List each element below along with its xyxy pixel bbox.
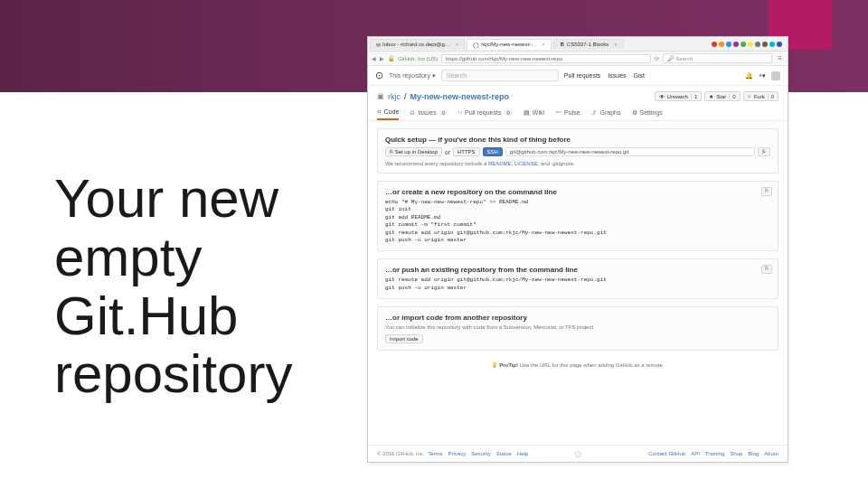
import-repo-sub: You can initialize this repository with … xyxy=(385,324,770,330)
footer-link[interactable]: Training xyxy=(705,451,724,456)
close-icon[interactable]: × xyxy=(542,42,545,47)
import-code-button[interactable]: Import code xyxy=(385,334,423,343)
push-repo-panel: ⎘ …or push an existing repository from t… xyxy=(377,258,778,299)
nav-pull-requests[interactable]: Pull requests xyxy=(564,72,600,79)
footer-copyright: © 2016 GitHub, Inc. xyxy=(377,451,425,456)
extension-icon[interactable] xyxy=(733,42,739,47)
tab-pulse[interactable]: 〰 Pulse xyxy=(555,108,580,120)
nav-gist[interactable]: Gist xyxy=(634,72,645,79)
github-nav-links: Pull requests Issues Gist xyxy=(564,72,645,79)
footer-link[interactable]: Contact GitHub xyxy=(648,451,685,456)
extension-icon[interactable] xyxy=(755,42,760,47)
github-search-input[interactable]: Search xyxy=(441,70,559,81)
create-repo-panel: ⎘ …or create a new repository on the com… xyxy=(377,181,778,251)
extension-icon[interactable] xyxy=(762,42,768,47)
setup-desktop-button[interactable]: ⎘ Set up in Desktop xyxy=(385,147,442,156)
tab-wiki[interactable]: ▤ Wiki xyxy=(524,108,544,120)
tab-label: rkjc/My-new-newest-… xyxy=(481,42,536,47)
notifications-icon[interactable]: 🔔 xyxy=(745,72,753,80)
https-button[interactable]: HTTPS xyxy=(453,147,480,156)
tab-graphs[interactable]: ⫽ Graphs xyxy=(591,108,621,120)
repo-tabs: ‹› Code ⊙ Issues 0 ⑂ Pull requests 0 ▤ W… xyxy=(377,108,778,120)
address-input[interactable]: https://github.com/rkjc/My-new-new-newes… xyxy=(441,54,651,63)
tab-code[interactable]: ‹› Code xyxy=(377,108,399,120)
mail-icon: ✉ xyxy=(376,42,381,48)
forward-icon[interactable]: ▶ xyxy=(380,55,384,61)
repo-link[interactable]: My-new-new-newest-repo xyxy=(410,92,510,101)
github-icon: ◯ xyxy=(473,42,479,48)
site-identity: GitHub, Inc (US) xyxy=(398,56,438,61)
footer-link[interactable]: Privacy xyxy=(448,451,466,456)
extension-icon[interactable] xyxy=(719,42,724,47)
close-icon[interactable]: × xyxy=(456,42,459,47)
menu-icon[interactable]: ≡ xyxy=(776,54,784,62)
copy-icon[interactable]: ⎘ xyxy=(761,265,772,274)
github-footer: © 2016 GitHub, Inc. TermsPrivacySecurity… xyxy=(368,445,788,462)
search-placeholder: Search xyxy=(675,56,693,61)
footer-link[interactable]: Security xyxy=(471,451,491,456)
push-repo-title: …or push an existing repository from the… xyxy=(385,266,770,274)
footer-link[interactable]: Status xyxy=(496,451,512,456)
owner-link[interactable]: rkjc xyxy=(388,92,401,101)
extension-icon[interactable] xyxy=(748,42,753,47)
star-button[interactable]: ★ Star0 xyxy=(704,91,740,101)
github-logo-icon: ⊙ xyxy=(574,449,581,459)
import-repo-title: …or import code from another repository xyxy=(385,314,770,322)
github-logo-icon[interactable]: ⊙ xyxy=(375,70,383,81)
create-new-icon[interactable]: +▾ xyxy=(759,72,766,80)
reload-icon[interactable]: ⟳ xyxy=(655,55,659,61)
tab-settings[interactable]: ⚙ Settings xyxy=(632,108,663,120)
browser-tab[interactable]: ◯ rkjc/My-new-newest-… × xyxy=(467,39,552,50)
slide-title: Your new empty Git.Hub repository xyxy=(54,170,353,404)
footer-link[interactable]: Help xyxy=(517,451,528,456)
footer-link[interactable]: Shop xyxy=(730,451,742,456)
footer-link[interactable]: API xyxy=(691,451,700,456)
copy-icon[interactable]: ⎘ xyxy=(761,187,772,196)
browser-tab[interactable]: ✉ Inbox - richard.cs.dept@g… × xyxy=(370,39,465,50)
create-repo-commands: echo "# My-new-new-newest-repo" >> READM… xyxy=(385,199,770,244)
browser-extensions xyxy=(712,42,786,47)
fork-button[interactable]: ⑂ Fork0 xyxy=(743,91,778,101)
footer-link[interactable]: Terms xyxy=(428,451,442,456)
avatar[interactable] xyxy=(771,71,780,80)
path-separator: / xyxy=(404,92,407,101)
extension-icon[interactable] xyxy=(777,42,782,47)
ssh-button[interactable]: SSH xyxy=(483,147,503,156)
browser-urlbar: ◀ ▶ 🔒 GitHub, Inc (US) https://github.co… xyxy=(368,52,788,66)
create-repo-title: …or create a new repository on the comma… xyxy=(385,188,770,196)
import-repo-panel: …or import code from another repository … xyxy=(377,306,778,351)
nav-issues[interactable]: Issues xyxy=(608,72,626,79)
browser-search-input[interactable]: 🔎 Search xyxy=(663,53,772,63)
github-topnav: ⊙ This repository ▾ Search Pull requests… xyxy=(368,66,788,86)
browser-tabstrip: ✉ Inbox - richard.cs.dept@g… × ◯ rkjc/My… xyxy=(368,37,788,52)
clone-url-field[interactable]: git@github.com:rkjc/My-new-new-newest-re… xyxy=(505,147,755,156)
tab-pull-requests[interactable]: ⑂ Pull requests 0 xyxy=(458,108,513,120)
quick-setup-title: Quick setup — if you've done this kind o… xyxy=(385,136,770,144)
extension-icon[interactable] xyxy=(712,42,717,47)
repo-header: ▣ rkjc / My-new-new-newest-repo 👁 Unwatc… xyxy=(368,86,788,121)
browser-window: ✉ Inbox - richard.cs.dept@g… × ◯ rkjc/My… xyxy=(367,36,788,463)
or-label: or xyxy=(445,149,450,155)
tab-issues[interactable]: ⊙ Issues 0 xyxy=(410,108,448,120)
close-icon[interactable]: × xyxy=(614,42,618,47)
extension-icon[interactable] xyxy=(726,42,731,47)
page-icon: 🗎 xyxy=(560,42,565,47)
footer-link[interactable]: Blog xyxy=(748,451,759,456)
lock-icon: 🔒 xyxy=(388,55,394,61)
scope-dropdown[interactable]: This repository ▾ xyxy=(389,72,436,80)
unwatch-button[interactable]: 👁 Unwatch1 xyxy=(655,91,703,101)
browser-tab[interactable]: 🗎 CS5337-1 Blocks × xyxy=(553,39,624,49)
copy-url-button[interactable]: ⎘ xyxy=(758,147,770,156)
tab-label: Inbox - richard.cs.dept@g… xyxy=(382,42,450,47)
quick-setup-panel: Quick setup — if you've done this kind o… xyxy=(377,128,778,174)
footer-link[interactable]: About xyxy=(764,451,778,456)
search-icon: 🔎 xyxy=(667,55,674,61)
quick-setup-hint: We recommend every repository include a … xyxy=(385,161,770,166)
extension-icon[interactable] xyxy=(769,42,775,47)
repo-icon: ▣ xyxy=(377,92,384,100)
back-icon[interactable]: ◀ xyxy=(372,55,376,61)
tab-label: CS5337-1 Blocks xyxy=(567,42,609,47)
extension-icon[interactable] xyxy=(741,42,746,47)
protip: 💡 ProTip! Use the URL for this page when… xyxy=(377,361,778,368)
push-repo-commands: git remote add origin git@github.com:rkj… xyxy=(385,277,770,292)
